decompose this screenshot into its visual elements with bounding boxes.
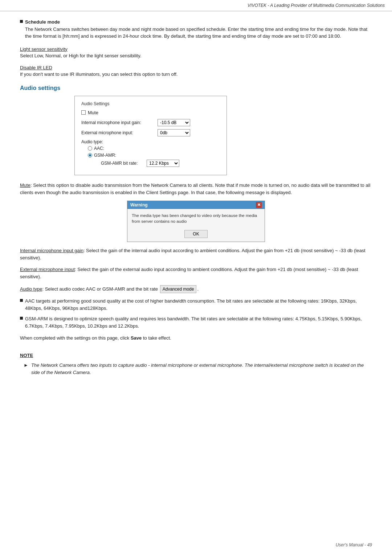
audio-type-desc: Audio type: Select audio codec AAC or GS… [20, 285, 372, 294]
audio-settings-box-title: Audio Settings [81, 101, 220, 106]
main-content: Schedule mode The Network Camera switche… [0, 11, 392, 391]
warning-dialog: Warning ✖ The media type has been change… [127, 201, 265, 242]
external-mic-desc: External microphone input: Select the ga… [20, 266, 372, 280]
external-mic-select[interactable]: 0db [158, 129, 190, 136]
mute-desc-text: : Select this option to disable audio tr… [20, 182, 370, 195]
warning-title-bar: Warning ✖ [127, 201, 265, 209]
note-section: NOTE ► The Network Camera offers two inp… [20, 353, 372, 376]
schedule-mode-text: The Network Camera switches between day … [25, 26, 367, 39]
schedule-mode-section: Schedule mode The Network Camera switche… [20, 19, 372, 40]
aac-bullet-icon [20, 299, 23, 302]
save-text: When completed with the settings on this… [20, 335, 129, 341]
gsm-bullet-item: GSM-ARM is designed to optimize speech q… [20, 315, 372, 329]
gsm-radio-row: GSM-AMR: [88, 153, 220, 158]
warning-title: Warning [130, 202, 148, 208]
save-end: to take effect. [143, 335, 171, 341]
note-text: The Network Camera offers two inputs to … [31, 362, 372, 376]
external-mic-row: External microphone input: 0db [81, 129, 220, 136]
audio-settings-title: Audio settings [20, 85, 372, 91]
aac-bullet-item: AAC targets at performing good sound qua… [20, 297, 372, 312]
audio-settings-box: Audio Settings Mute Internal microphone … [74, 96, 227, 175]
aac-radio[interactable] [88, 146, 92, 151]
warning-message: The media type has been changed to video… [127, 209, 265, 228]
page-footer: User's Manual - 49 [336, 542, 372, 547]
audio-type-radio-group: AAC: GSM-AMR: GSM-AMR bit rate: 12.2 Kbp… [88, 146, 220, 167]
advanced-mode-button[interactable]: Advanced mode [160, 285, 197, 294]
gsm-radio[interactable] [88, 153, 92, 157]
gsm-label: GSM-AMR: [94, 153, 116, 158]
audio-settings-section: Audio settings Audio Settings Mute Inter… [20, 85, 372, 175]
light-sensor-label: Light sensor sensitivity [20, 46, 372, 52]
mute-desc: Mute: Select this option to disable audi… [20, 182, 372, 196]
audio-type-period: . [197, 286, 199, 292]
warning-ok-row: OK [127, 228, 265, 242]
note-item: ► The Network Camera offers two inputs t… [24, 362, 372, 376]
audio-type-label: Audio type: [81, 139, 220, 144]
internal-mic-row: Internal microphone input gain: -10.5 dB [81, 119, 220, 126]
mute-desc-label: Mute [20, 182, 30, 188]
disable-ir-label: Disable IR LED [20, 65, 372, 70]
page-header: VIVOTEK - A Leading Provider of Multimed… [0, 0, 392, 11]
internal-mic-select[interactable]: -10.5 dB [158, 119, 190, 126]
footer-text: User's Manual - 49 [336, 542, 372, 547]
header-title: VIVOTEK - A Leading Provider of Multimed… [248, 3, 385, 8]
bullet-icon [20, 20, 23, 23]
save-bold: Save [131, 335, 142, 341]
mute-label: Mute [88, 110, 98, 115]
external-mic-label: External microphone input: [81, 130, 158, 135]
aac-radio-row: AAC: [88, 146, 220, 151]
external-mic-desc-label: External microphone input [20, 267, 75, 272]
audio-type-section: Audio type: AAC: GSM-AMR: GSM-AMR bit ra… [81, 139, 220, 167]
gsm-bullet-icon [20, 317, 23, 320]
audio-type-desc-label: Audio type [20, 286, 42, 292]
audio-type-desc-text: : Select audio codec AAC or GSM-AMR and … [42, 286, 158, 292]
gsm-bullet-text: GSM-ARM is designed to optimize speech q… [25, 315, 372, 329]
warning-ok-button[interactable]: OK [184, 230, 207, 238]
bitrate-select[interactable]: 12.2 Kbps [147, 160, 179, 167]
disable-ir-text: If you don't want to use IR illuminators… [20, 71, 177, 77]
internal-mic-label: Internal microphone input gain: [81, 120, 158, 125]
mute-checkbox[interactable] [81, 110, 86, 115]
note-arrow-icon: ► [24, 362, 28, 376]
save-instruction: When completed with the settings on this… [20, 335, 372, 342]
light-sensor-text: Select Low, Normal, or High for the ligh… [20, 53, 141, 58]
schedule-mode-label: Schedule mode [25, 19, 60, 25]
aac-bullet-text: AAC targets at performing good sound qua… [25, 297, 372, 312]
internal-mic-desc: Internal microphone input gain: Select t… [20, 247, 372, 262]
mute-row: Mute [81, 110, 220, 115]
internal-mic-desc-label: Internal microphone input gain [20, 248, 83, 253]
aac-label: AAC: [94, 146, 104, 151]
note-title: NOTE [20, 353, 372, 358]
bitrate-label: GSM-AMR bit rate: [101, 161, 144, 166]
warning-close-button[interactable]: ✖ [256, 202, 262, 208]
light-sensor-section: Light sensor sensitivity Select Low, Nor… [20, 46, 372, 58]
bitrate-row: GSM-AMR bit rate: 12.2 Kbps [101, 160, 220, 167]
disable-ir-section: Disable IR LED If you don't want to use … [20, 65, 372, 77]
schedule-mode-bullet: Schedule mode The Network Camera switche… [20, 19, 372, 40]
